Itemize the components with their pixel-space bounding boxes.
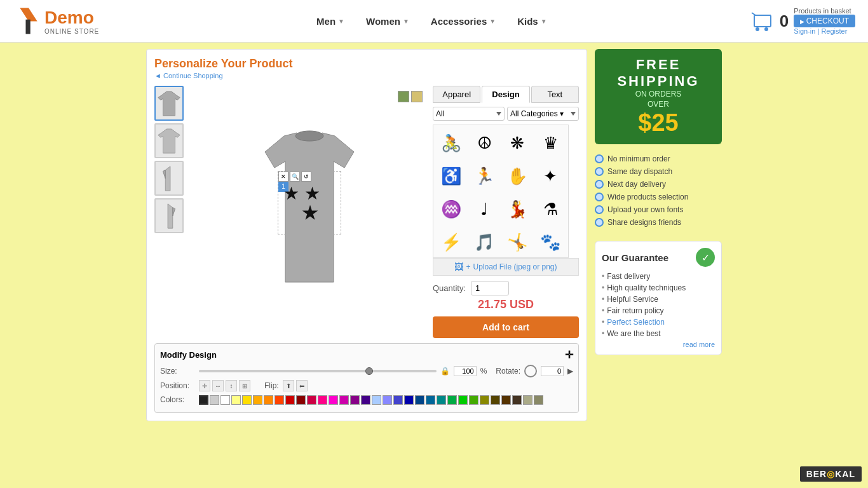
quantity-input[interactable] [471, 281, 509, 295]
read-more-link[interactable]: read more [602, 341, 715, 348]
design-overlay[interactable]: ✕ 🔍 ↺ 1 ★ ★ ★ [278, 171, 341, 234]
color-swatch-10[interactable] [307, 395, 316, 405]
color-swatch-17[interactable] [383, 395, 392, 405]
color-swatch-24[interactable] [458, 395, 468, 405]
undo-design-btn[interactable]: ↺ [301, 172, 311, 182]
nav-women[interactable]: Women ▼ [358, 12, 417, 30]
color-swatch-3[interactable] [231, 395, 241, 405]
zoom-design-btn[interactable]: 🔍 [290, 172, 300, 182]
color-swatch-20[interactable] [415, 395, 424, 405]
tab-apparel[interactable]: Apparel [433, 86, 480, 103]
icon-runner[interactable]: 🏃 [469, 161, 499, 191]
color-swatch-19[interactable] [404, 395, 414, 405]
flip-vertical[interactable]: ⬅ [296, 380, 308, 391]
expand-btn[interactable]: ✛ [565, 349, 573, 361]
pos-left[interactable]: ↔ [212, 380, 224, 391]
rotate-adj-btn[interactable]: ▶ [567, 367, 573, 376]
add-to-cart-button[interactable]: Add to cart [433, 316, 579, 338]
color-swatch-0[interactable] [199, 395, 208, 405]
delete-design-btn[interactable]: ✕ [278, 172, 288, 182]
color-swatch-yellow[interactable] [411, 91, 423, 102]
icon-peace[interactable]: ☮ [469, 128, 499, 158]
color-swatch-29[interactable] [512, 395, 522, 405]
feature-wide-products: Wide products selection [595, 193, 722, 201]
color-swatch-2[interactable] [220, 395, 230, 405]
continue-shopping-link[interactable]: Continue Shopping [154, 72, 579, 79]
color-swatch-16[interactable] [372, 395, 381, 405]
icon-dancer[interactable]: 💃 [502, 194, 532, 224]
color-swatch-5[interactable] [253, 395, 262, 405]
icon-wheelchair[interactable]: ♒ [436, 194, 466, 224]
icon-evolution[interactable]: ⚗ [535, 194, 566, 224]
thumb-back[interactable] [154, 123, 184, 158]
icon-crown[interactable]: ♛ [535, 128, 566, 158]
color-swatch-6[interactable] [264, 395, 273, 405]
rotate-input[interactable] [541, 366, 564, 376]
svg-marker-0 [20, 8, 37, 22]
icon-animal[interactable]: 🐾 [535, 227, 566, 257]
icon-guitar[interactable]: 🎵 [469, 227, 499, 257]
icon-gear[interactable]: ❋ [502, 128, 532, 158]
icon-music[interactable]: ♩ [469, 194, 499, 224]
nav-women-arrow: ▼ [403, 18, 409, 25]
color-swatch-13[interactable] [339, 395, 349, 405]
icon-bicycle[interactable]: 🚴 [436, 128, 466, 158]
color-swatch-22[interactable] [437, 395, 446, 405]
color-swatch-14[interactable] [350, 395, 360, 405]
color-swatch-15[interactable] [361, 395, 370, 405]
color-swatch-31[interactable] [534, 395, 543, 405]
color-swatch-23[interactable] [447, 395, 457, 405]
color-swatch-green[interactable] [398, 91, 409, 102]
editor-area: ✕ 🔍 ↺ 1 ★ ★ ★ Apparel Desi [154, 86, 579, 338]
category-filter-1[interactable]: All All [433, 107, 505, 121]
pos-right[interactable]: ↕ [226, 380, 237, 391]
color-swatch-9[interactable] [296, 395, 306, 405]
category-filter-2[interactable]: All Categories ▾ [507, 107, 579, 121]
color-swatch-28[interactable] [501, 395, 511, 405]
color-swatch-26[interactable] [480, 395, 489, 405]
color-swatch-12[interactable] [329, 395, 338, 405]
color-swatch-4[interactable] [242, 395, 252, 405]
upload-row[interactable]: 🖼 + Upload File (jpeg or png) [433, 258, 579, 276]
color-swatch-27[interactable] [491, 395, 500, 405]
color-swatch-11[interactable] [318, 395, 327, 405]
feature-share-designs: Share designs friends [595, 218, 722, 227]
thumb-front[interactable] [154, 86, 184, 121]
svg-rect-1 [25, 20, 30, 34]
thumb-left[interactable] [154, 161, 184, 196]
position-label: Position: [160, 381, 195, 390]
thumb-right[interactable] [154, 198, 184, 233]
color-swatch-1[interactable] [210, 395, 219, 405]
sign-in-link[interactable]: Sign-in [794, 27, 815, 35]
checkout-button[interactable]: CHECKOUT [794, 15, 855, 27]
cart-count: 0 [780, 11, 789, 31]
rotate-control[interactable] [524, 365, 537, 377]
color-swatch-25[interactable] [469, 395, 478, 405]
header: Demo ONLINE STORE Men ▼ Women ▼ Accessor… [0, 0, 868, 43]
register-link[interactable]: Register [821, 27, 847, 35]
color-swatch-30[interactable] [523, 395, 532, 405]
color-swatch-8[interactable] [285, 395, 295, 405]
flip-horizontal[interactable]: ⬆ [283, 380, 294, 391]
icon-figure[interactable]: 🤸 [502, 227, 532, 257]
nav-men[interactable]: Men ▼ [309, 12, 352, 30]
size-input[interactable] [454, 366, 477, 376]
guarantee-panel: Our Guarantee ✓ Fast delivery High quali… [595, 241, 722, 355]
color-swatch-7[interactable] [275, 395, 284, 405]
cart-icon [749, 10, 775, 32]
tab-text[interactable]: Text [531, 86, 579, 103]
icon-lightning[interactable]: ⚡ [436, 227, 466, 257]
size-slider[interactable] [199, 370, 437, 372]
pos-layer[interactable]: ⊞ [239, 380, 250, 391]
tab-design[interactable]: Design [482, 86, 529, 103]
color-swatch-21[interactable] [426, 395, 435, 405]
nav-accessories[interactable]: Accessories ▼ [423, 12, 503, 30]
pos-center[interactable]: ✛ [199, 380, 210, 391]
color-swatch-18[interactable] [393, 395, 403, 405]
icon-yoga[interactable]: ♿ [436, 161, 466, 191]
icon-stars[interactable]: ✦ [535, 161, 566, 191]
flip-controls: ⬆ ⬅ [283, 380, 308, 391]
nav-kids[interactable]: Kids ▼ [510, 12, 554, 30]
logo: Demo ONLINE STORE [13, 5, 114, 37]
icon-hand[interactable]: ✋ [502, 161, 532, 191]
